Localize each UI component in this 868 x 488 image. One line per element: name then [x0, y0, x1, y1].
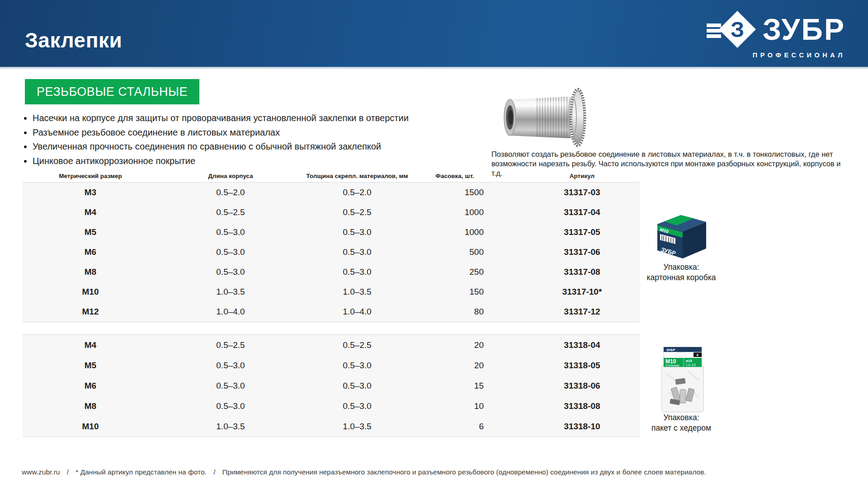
cell-size: M5	[23, 227, 158, 237]
cell-length: 0.5–2.5	[158, 340, 303, 350]
table-row: M4 0.5–2.5 0.5–2.5 20 31318-04	[23, 335, 640, 355]
cell-size: M4	[23, 340, 158, 350]
cell-pack: 1000	[411, 207, 524, 217]
cell-length: 0.5–3.0	[158, 361, 303, 371]
cell-length: 0.5–3.0	[158, 267, 303, 277]
cell-sku: 31317-08	[524, 267, 640, 277]
cell-pack: 10	[411, 401, 524, 411]
cell-sku: 31318-04	[524, 340, 640, 350]
cell-length: 1.0–3.5	[158, 287, 303, 297]
product-table: Метрический размер Длина корпуса Толщина…	[23, 170, 640, 437]
package-box-image: M10 ЗУБР	[654, 211, 710, 262]
cell-sku: 31317-03	[524, 188, 640, 197]
cell-size: M6	[23, 381, 158, 391]
feature-item: Разъемное резьбовое соединение в листовы…	[33, 126, 427, 140]
package-caption-line: картонная коробка	[625, 272, 738, 283]
cell-thickness: 0.5–3.0	[303, 227, 411, 237]
table-row: M5 0.5–3.0 0.5–3.0 20 31318-05	[23, 355, 640, 375]
rivet-nut-photo	[492, 86, 596, 151]
category-badge: РЕЗЬБОВЫЕ СТАЛЬНЫЕ	[25, 79, 199, 104]
cell-size: M8	[23, 401, 158, 411]
table-row: M10 1.0–3.5 1.0–3.5 6 31318-10	[23, 416, 640, 436]
cell-length: 0.5–2.5	[158, 207, 303, 217]
column-header-sku: Артикул	[524, 173, 640, 179]
cell-length: 1.0–3.5	[158, 422, 303, 432]
cell-thickness: 0.5–2.5	[303, 340, 411, 350]
cell-pack: 1500	[411, 188, 524, 197]
cell-sku: 31318-06	[524, 381, 640, 391]
table-row: M12 1.0–4.0 1.0–4.0 80 31317-12	[23, 302, 640, 322]
cell-thickness: 0.5–2.5	[303, 207, 411, 217]
cell-thickness: 1.0–4.0	[303, 307, 411, 317]
cell-pack: 6	[411, 422, 524, 432]
cell-pack: 250	[411, 267, 524, 277]
cell-sku: 31318-10	[524, 422, 640, 432]
package-caption-line: Упаковка:	[625, 413, 738, 423]
table-row: M8 0.5–3.0 0.5–3.0 10 31318-08	[23, 396, 640, 416]
bag-count-label: 6	[697, 353, 699, 357]
cell-length: 0.5–3.0	[158, 381, 303, 391]
table-row: M10 1.0–3.5 1.0–3.5 150 31317-10*	[23, 282, 640, 302]
cell-thickness: 0.5–3.0	[303, 247, 411, 257]
cell-sku: 31317-04	[524, 207, 640, 217]
table-row: M6 0.5–3.0 0.5–3.0 500 31317-06	[23, 242, 640, 262]
cell-thickness: 1.0–3.5	[303, 287, 411, 297]
cell-pack: 20	[411, 361, 524, 371]
footer-separator: /	[213, 468, 215, 476]
table-row: M5 0.5–3.0 0.5–3.0 1000 31317-05	[23, 222, 640, 242]
column-header-pack: Фасовка, шт.	[411, 173, 524, 179]
logo-letter: З	[731, 18, 744, 42]
table-row: M8 0.5–3.0 0.5–3.0 250 31317-08	[23, 262, 640, 282]
cell-length: 0.5–2.0	[158, 188, 303, 197]
column-header-length: Длина корпуса	[158, 173, 303, 179]
cell-pack: 20	[411, 340, 524, 350]
feature-item: Насечки на корпусе для защиты от провора…	[33, 111, 427, 126]
cell-thickness: 0.5–3.0	[303, 267, 411, 277]
cell-thickness: 0.5–3.0	[303, 381, 411, 391]
cell-thickness: 0.5–3.0	[303, 361, 411, 371]
package-bag-image: ЗУБР 6 M10 СТАЛЬНЫЕ ø13 1.0–3.5	[660, 346, 705, 416]
category-badge-label: РЕЗЬБОВЫЕ СТАЛЬНЫЕ	[37, 85, 188, 99]
cell-sku: 31318-05	[524, 361, 640, 371]
footer-site-link[interactable]: www.zubr.ru	[22, 468, 60, 476]
footer: www.zubr.ru / * Данный артикул представл…	[22, 468, 863, 476]
bag-diameter-label: ø13	[686, 359, 692, 363]
cell-length: 0.5–3.0	[158, 247, 303, 257]
cell-size: M4	[23, 207, 158, 217]
package-caption-line: Упаковка:	[625, 262, 738, 272]
package-caption-line: пакет с хедером	[625, 423, 738, 433]
cell-size: M8	[23, 267, 158, 277]
cell-size: M12	[23, 307, 158, 317]
table-section-box: M3 0.5–2.0 0.5–2.0 1500 31317-03 M4 0.5–…	[23, 182, 640, 322]
table-section-bag: M4 0.5–2.5 0.5–2.5 20 31318-04 M5 0.5–3.…	[23, 334, 640, 437]
cell-thickness: 0.5–3.0	[303, 401, 411, 411]
bag-brand-label: ЗУБР	[666, 348, 675, 352]
cell-pack: 1000	[411, 227, 524, 237]
cell-pack: 80	[411, 307, 524, 317]
cell-sku: 31318-08	[524, 401, 640, 411]
cell-pack: 15	[411, 381, 524, 391]
cell-size: M10	[23, 422, 158, 432]
cell-thickness: 0.5–2.0	[303, 188, 411, 197]
brand-subtitle: ПРОФЕССИОНАЛ	[753, 52, 845, 59]
cell-sku: 31317-10*	[524, 287, 640, 297]
zubr-diamond-icon: З	[704, 10, 758, 49]
table-row: M4 0.5–2.5 0.5–2.5 1000 31317-04	[23, 202, 640, 222]
cell-size: M5	[23, 361, 158, 371]
cell-size: M3	[23, 188, 158, 197]
cell-size: M6	[23, 247, 158, 257]
cell-pack: 500	[411, 247, 524, 257]
cell-pack: 150	[411, 287, 524, 297]
footer-separator: /	[67, 468, 69, 476]
feature-list: Насечки на корпусе для защиты от провора…	[20, 111, 427, 168]
cell-length: 1.0–4.0	[158, 307, 303, 317]
cell-thickness: 1.0–3.5	[303, 422, 411, 432]
cell-length: 0.5–3.0	[158, 227, 303, 237]
cell-sku: 31317-06	[524, 247, 640, 257]
page-title: Заклепки	[25, 28, 122, 52]
cell-length: 0.5–3.0	[158, 401, 303, 411]
cell-sku: 31317-12	[524, 307, 640, 317]
package-caption-bag: Упаковка: пакет с хедером	[625, 413, 738, 433]
table-header-row: Метрический размер Длина корпуса Толщина…	[23, 170, 640, 182]
package-caption-box: Упаковка: картонная коробка	[625, 262, 738, 283]
